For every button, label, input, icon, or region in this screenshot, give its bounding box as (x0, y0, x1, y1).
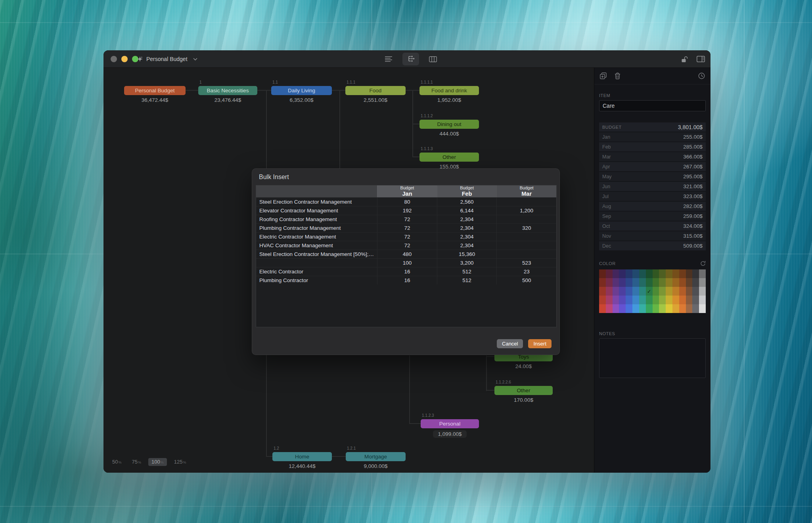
color-swatch[interactable] (666, 296, 672, 304)
color-swatch[interactable] (692, 304, 699, 313)
table-row[interactable]: Plumbing Contractor Management722,304320 (256, 223, 556, 232)
table-cell[interactable]: 6,144 (437, 206, 497, 215)
table-row[interactable]: Steel Erection Contractor Management802,… (256, 197, 556, 206)
color-swatch[interactable] (599, 278, 606, 287)
node-pill[interactable]: Other (494, 386, 553, 395)
color-swatch[interactable] (639, 304, 646, 313)
color-swatch[interactable] (632, 296, 639, 304)
month-row-aug[interactable]: Aug282.00$ (599, 202, 706, 211)
color-swatch[interactable] (659, 269, 666, 278)
color-swatch[interactable] (632, 269, 639, 278)
color-swatch[interactable] (632, 278, 639, 287)
color-swatch[interactable] (619, 278, 626, 287)
table-cell[interactable]: 1,200 (496, 206, 556, 215)
table-cell[interactable]: 72 (377, 215, 437, 223)
month-row-feb[interactable]: Feb285.00$ (599, 142, 706, 151)
table-cell[interactable] (256, 259, 377, 267)
color-swatch[interactable] (599, 269, 606, 278)
table-cell[interactable] (496, 250, 556, 258)
month-row-jun[interactable]: Jun321.00$ (599, 182, 706, 191)
color-swatch[interactable] (686, 296, 693, 304)
month-row-dec[interactable]: Dec509.00$ (599, 241, 706, 250)
table-cell[interactable]: 523 (496, 259, 556, 267)
color-swatch[interactable] (692, 278, 699, 287)
color-swatch[interactable] (619, 287, 626, 296)
color-swatch[interactable] (626, 278, 632, 287)
table-cell[interactable]: 72 (377, 241, 437, 250)
table-header-feb[interactable]: BudgetFeb (437, 185, 497, 197)
table-cell[interactable]: Roofing Contractor Management (256, 215, 377, 223)
cancel-button[interactable]: Cancel (497, 339, 523, 348)
color-swatch[interactable] (646, 278, 653, 287)
table-cell[interactable]: Steel Erection Contractor Management (256, 198, 377, 206)
month-row-sep[interactable]: Sep259.00$ (599, 212, 706, 221)
color-swatch[interactable] (646, 296, 653, 304)
color-swatch[interactable] (613, 287, 619, 296)
color-swatch[interactable] (692, 296, 699, 304)
table-cell[interactable]: 192 (377, 206, 437, 215)
table-row[interactable]: Elevator Contractor Management1926,1441,… (256, 206, 556, 215)
list-view-button[interactable] (380, 53, 397, 65)
color-swatch[interactable] (679, 296, 686, 304)
color-swatch[interactable] (606, 269, 613, 278)
document-title-menu[interactable]: Personal Budget (137, 50, 197, 68)
color-swatch[interactable] (646, 269, 653, 278)
table-cell[interactable]: Plumbing Contractor Management (256, 224, 377, 232)
table-cell[interactable]: HVAC Contractor Management (256, 241, 377, 250)
table-cell[interactable] (496, 198, 556, 206)
table-cell[interactable]: Plumbing Contractor (256, 276, 377, 284)
color-swatch[interactable] (619, 269, 626, 278)
color-swatch[interactable] (639, 278, 646, 287)
color-swatch[interactable] (699, 296, 706, 304)
table-cell[interactable]: 72 (377, 233, 437, 241)
table-cell[interactable] (496, 241, 556, 250)
table-cell[interactable]: 2,304 (437, 233, 497, 241)
color-swatch[interactable] (699, 269, 706, 278)
color-swatch[interactable] (626, 287, 632, 296)
node-personal-budget[interactable]: Personal Budget 36,472.44$ (124, 80, 186, 103)
minimize-button[interactable] (121, 56, 128, 62)
month-row-may[interactable]: May295.00$ (599, 172, 706, 181)
table-cell[interactable]: 72 (377, 224, 437, 232)
table-row[interactable]: HVAC Contractor Management722,304 (256, 241, 556, 250)
color-swatch[interactable] (699, 304, 706, 313)
table-cell[interactable]: 23 (496, 267, 556, 276)
color-swatch[interactable] (653, 287, 659, 296)
table-cell[interactable]: 2,560 (437, 198, 497, 206)
color-swatch[interactable] (626, 269, 632, 278)
color-swatch[interactable] (672, 304, 679, 313)
table-cell[interactable]: 2,304 (437, 224, 497, 232)
table-row[interactable]: Plumbing Contractor16512500 (256, 276, 556, 284)
color-swatch[interactable] (639, 296, 646, 304)
table-header-jan[interactable]: BudgetJan (377, 185, 437, 197)
color-swatch[interactable] (653, 296, 659, 304)
table-cell[interactable]: 320 (496, 224, 556, 232)
color-swatch[interactable] (672, 296, 679, 304)
color-swatch[interactable] (659, 287, 666, 296)
color-swatch[interactable] (606, 304, 613, 313)
table-cell[interactable]: Steel Erection Contractor Management [50… (256, 250, 377, 258)
node-other-food[interactable]: 1.1.1.3 Other 155.00$ (419, 147, 479, 170)
color-swatch[interactable] (672, 278, 679, 287)
color-swatch[interactable] (672, 269, 679, 278)
color-swatch[interactable] (692, 269, 699, 278)
table-cell[interactable]: Electric Contractor (256, 267, 377, 276)
table-cell[interactable]: 512 (437, 276, 497, 284)
color-swatch[interactable] (613, 296, 619, 304)
node-personal[interactable]: 1.1.2.3 Personal 1,099.00$ (421, 413, 479, 438)
color-swatch[interactable] (659, 296, 666, 304)
node-pill[interactable]: Mortgage (346, 452, 406, 461)
month-row-oct[interactable]: Oct324.00$ (599, 221, 706, 231)
node-pill[interactable]: Home (272, 452, 332, 461)
close-button[interactable] (111, 56, 117, 62)
month-row-jul[interactable]: Jul323.00$ (599, 192, 706, 201)
table-row[interactable]: 1003,200523 (256, 258, 556, 267)
color-swatch[interactable] (599, 296, 606, 304)
color-swatch[interactable] (686, 269, 693, 278)
color-swatch[interactable] (653, 269, 659, 278)
columns-view-button[interactable] (425, 53, 441, 65)
table-cell[interactable]: 16 (377, 276, 437, 284)
zoom-level-50[interactable]: 50% (109, 458, 124, 466)
table-cell[interactable]: 15,360 (437, 250, 497, 258)
color-swatch[interactable] (672, 287, 679, 296)
